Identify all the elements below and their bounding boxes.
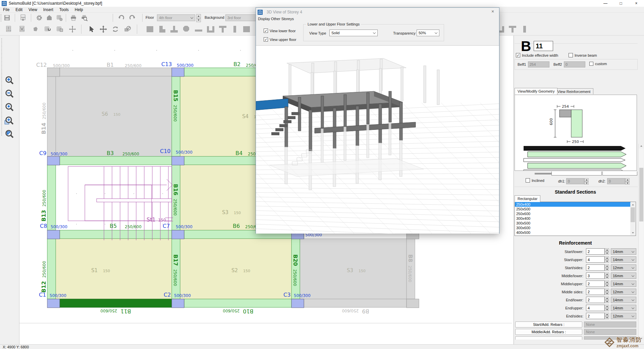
tab-rectangular[interactable]: Rectangular — [515, 195, 540, 202]
beam-B20[interactable] — [291, 239, 300, 299]
checkbox-checked-icon[interactable]: ✓ — [264, 37, 268, 42]
rebar-size-select[interactable]: 14mm — [611, 305, 636, 311]
rebar-count-stepper[interactable] — [605, 264, 609, 271]
settings-button[interactable] — [35, 13, 44, 22]
column-C7[interactable] — [172, 230, 184, 239]
rebar-count-stepper[interactable] — [605, 281, 609, 287]
section-shape-t-shape-button[interactable] — [217, 24, 228, 35]
menu-tools[interactable]: Tools — [56, 7, 72, 12]
print-button[interactable] — [69, 13, 78, 22]
beam-B9[interactable] — [304, 299, 407, 307]
dwg-snap-button[interactable]: DWG — [17, 24, 28, 35]
zoom-window-button[interactable] — [3, 114, 16, 127]
column-C13[interactable] — [172, 68, 184, 77]
rebar-count-stepper[interactable] — [605, 305, 609, 311]
rebar-count-field[interactable]: 4 — [586, 256, 605, 263]
move-button[interactable] — [98, 24, 109, 35]
minimize-button[interactable]: — — [598, 0, 613, 7]
rebar-value-field[interactable]: None — [584, 329, 636, 335]
section-shape-rect-button[interactable] — [144, 24, 156, 35]
undo-button[interactable] — [117, 13, 125, 22]
column-C12[interactable] — [47, 68, 60, 77]
delete-button[interactable] — [122, 24, 133, 35]
checkbox-unchecked-icon[interactable] — [526, 178, 530, 183]
view-type-select[interactable]: Solid — [329, 30, 378, 36]
floor-select[interactable]: 4th floor — [157, 14, 195, 21]
beam-B1[interactable] — [60, 68, 172, 76]
rebar-count-stepper[interactable] — [605, 272, 609, 279]
beam-B5[interactable] — [60, 230, 172, 239]
custom-checkbox[interactable]: custom — [589, 62, 607, 66]
section-option-400x500[interactable]: 400x500 — [515, 230, 631, 235]
section-shape-rect-button[interactable] — [241, 24, 252, 35]
insert-shape-button[interactable] — [30, 24, 41, 35]
dialog-close-icon[interactable]: × — [489, 9, 496, 15]
rebar-value-field[interactable]: None — [584, 321, 636, 328]
rebar-count-stepper[interactable] — [605, 248, 609, 255]
zoom-in-button[interactable] — [3, 74, 16, 87]
section-shape-octagon-button[interactable] — [180, 24, 192, 35]
rebar-count-field[interactable]: 2 — [586, 297, 605, 303]
section-shape-l-shape-button[interactable] — [156, 24, 168, 35]
print-preview-button[interactable] — [80, 13, 89, 22]
transparency-select[interactable]: 50% — [417, 30, 439, 36]
zoom-out-button[interactable] — [3, 87, 16, 100]
column-C1[interactable] — [47, 299, 60, 308]
column-C3[interactable] — [291, 299, 304, 308]
scroll-up-icon[interactable] — [630, 202, 635, 207]
rotate-button[interactable] — [110, 24, 121, 35]
section-shape-t-shape-button[interactable] — [506, 24, 518, 35]
scrollbar-thumb[interactable] — [639, 168, 643, 221]
dh2-field[interactable]: 0 — [607, 178, 625, 184]
section-option-300x600[interactable]: 300x600 — [515, 226, 631, 230]
dh1-field[interactable]: 0 — [566, 178, 584, 184]
rebar-size-select[interactable]: 12mm — [611, 289, 636, 295]
redo-button[interactable] — [128, 13, 137, 22]
beam-B13[interactable] — [47, 165, 56, 230]
checkbox-unchecked-icon[interactable] — [589, 62, 593, 66]
slab-S1[interactable] — [56, 239, 172, 299]
menu-edit[interactable]: Edit — [12, 7, 25, 12]
section-option-250x500[interactable]: 250x500 — [515, 207, 631, 211]
menu-insert[interactable]: Insert — [40, 7, 56, 12]
dialog-titlebar[interactable]: 3D View of Storey 4 × — [256, 8, 499, 16]
rebar-count-stepper[interactable] — [605, 313, 609, 319]
rebar-count-stepper[interactable] — [605, 297, 609, 303]
beff1-field[interactable]: 254 — [528, 61, 549, 67]
beam-number-field[interactable] — [534, 41, 553, 51]
dh2-stepper[interactable] — [625, 178, 630, 185]
rebar-button-start[interactable]: Start/Add. Rebars : — [515, 321, 582, 328]
select-button[interactable] — [86, 24, 97, 35]
dh1-stepper[interactable] — [584, 178, 589, 185]
beam-B10[interactable] — [184, 299, 291, 307]
section-option-250x600[interactable]: 250x600 — [515, 211, 631, 216]
dwg-view-button[interactable]: DWG — [3, 24, 14, 35]
tab-view-reinforcement[interactable]: View Reinforcement — [554, 88, 593, 94]
save-button[interactable] — [3, 13, 11, 22]
beam-B16[interactable] — [172, 165, 180, 230]
rebar-size-select[interactable]: 14mm — [611, 248, 636, 255]
include-effective-width-checkbox[interactable]: ✓ Include effective width — [516, 53, 558, 57]
rebar-count-stepper[interactable] — [605, 256, 609, 263]
section-shape-i-shape-button[interactable] — [519, 24, 530, 35]
checkbox-checked-icon[interactable]: ✓ — [264, 29, 268, 33]
zoom-previous-button[interactable] — [3, 128, 16, 140]
rebar-count-field[interactable]: 2 — [586, 313, 605, 319]
rebar-count-field[interactable]: 3 — [586, 272, 605, 279]
menu-view[interactable]: View — [25, 7, 40, 12]
scroll-up-icon[interactable] — [639, 144, 644, 148]
rebar-size-select[interactable]: 12mm — [611, 313, 636, 319]
checkbox-checked-icon[interactable]: ✓ — [516, 53, 520, 57]
floor-down-button[interactable] — [196, 18, 201, 22]
section-option-300x400[interactable]: 300x400 — [515, 216, 631, 221]
rebar-count-stepper[interactable] — [605, 289, 609, 295]
column-unnamed[interactable] — [407, 299, 419, 308]
rebar-size-select[interactable]: 14mm — [611, 281, 636, 287]
rebar-count-field[interactable]: 2 — [586, 289, 605, 295]
floor-stepper[interactable] — [196, 14, 201, 22]
menu-help[interactable]: Help — [72, 7, 86, 12]
close-button[interactable]: × — [629, 0, 644, 7]
rebar-size-select[interactable]: 12mm — [611, 264, 636, 271]
section-shape-inverted-t-button[interactable] — [168, 24, 180, 35]
listbox-scrollbar[interactable] — [630, 202, 635, 235]
